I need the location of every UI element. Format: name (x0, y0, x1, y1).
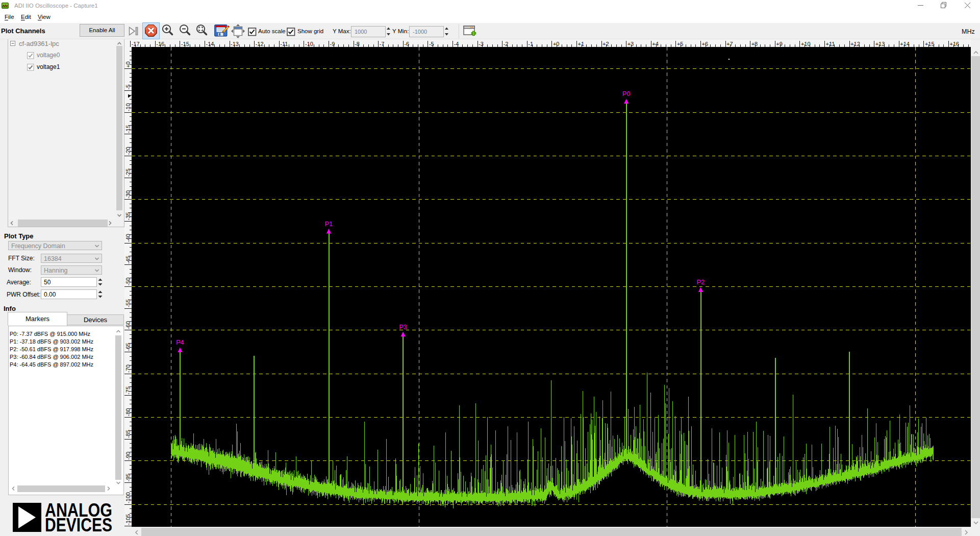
svg-text:+5: +5 (677, 41, 684, 47)
svg-text:-5: -5 (429, 41, 434, 47)
svg-text:-70: -70 (125, 364, 131, 373)
svg-text:P4: P4 (176, 339, 184, 346)
svg-text:-90: -90 (125, 452, 131, 460)
svg-text:-4: -4 (454, 41, 459, 47)
svg-text:+2: +2 (602, 41, 609, 47)
svg-text:+10: +10 (801, 41, 811, 47)
svg-text:-80: -80 (125, 408, 131, 417)
svg-text:-65: -65 (125, 343, 131, 351)
svg-text:-25: -25 (125, 168, 131, 177)
svg-text:-6: -6 (404, 41, 409, 47)
svg-text:-100: -100 (125, 492, 131, 503)
svg-text:P1: P1 (325, 221, 333, 228)
svg-text:-15: -15 (125, 125, 131, 133)
svg-text:-8: -8 (355, 41, 360, 47)
svg-text:P2: P2 (697, 279, 705, 286)
svg-text:-1: -1 (528, 41, 533, 47)
svg-text:-3: -3 (479, 41, 484, 47)
svg-text:+1: +1 (578, 41, 585, 47)
svg-text:+0: +0 (553, 41, 560, 47)
svg-text:-40: -40 (125, 234, 131, 242)
svg-text:-7: -7 (380, 41, 385, 47)
svg-text:-35: -35 (125, 212, 131, 221)
svg-text:+14: +14 (900, 41, 910, 47)
svg-text:-55: -55 (125, 299, 131, 307)
svg-text:-45: -45 (125, 256, 131, 264)
svg-text:+15: +15 (925, 41, 935, 47)
svg-text:-2: -2 (504, 41, 509, 47)
svg-text:+0: +0 (125, 61, 131, 68)
svg-text:+3: +3 (627, 41, 634, 47)
svg-text:+9: +9 (776, 41, 783, 47)
svg-text:+16: +16 (950, 41, 960, 47)
svg-text:-50: -50 (125, 278, 131, 286)
svg-text:+7: +7 (726, 41, 733, 47)
svg-text:+6: +6 (702, 41, 709, 47)
svg-text:+4: +4 (652, 41, 659, 47)
svg-text:-105: -105 (125, 514, 131, 525)
svg-text:+11: +11 (826, 41, 835, 47)
svg-text:P3: P3 (399, 324, 407, 331)
svg-text:-85: -85 (125, 430, 131, 438)
svg-text:-60: -60 (125, 321, 131, 329)
svg-text:-10: -10 (125, 103, 131, 111)
svg-text:-30: -30 (125, 190, 131, 199)
svg-text:DEVICES: DEVICES (45, 515, 112, 533)
svg-text:-95: -95 (125, 474, 131, 482)
svg-text:-20: -20 (125, 147, 131, 155)
svg-text:P0: P0 (622, 90, 630, 98)
svg-text:+8: +8 (751, 41, 758, 47)
svg-text:-9: -9 (330, 41, 335, 47)
svg-text:+13: +13 (875, 41, 885, 47)
svg-text:+12: +12 (850, 41, 860, 47)
svg-text:-75: -75 (125, 386, 131, 395)
svg-text:-5: -5 (125, 85, 131, 90)
